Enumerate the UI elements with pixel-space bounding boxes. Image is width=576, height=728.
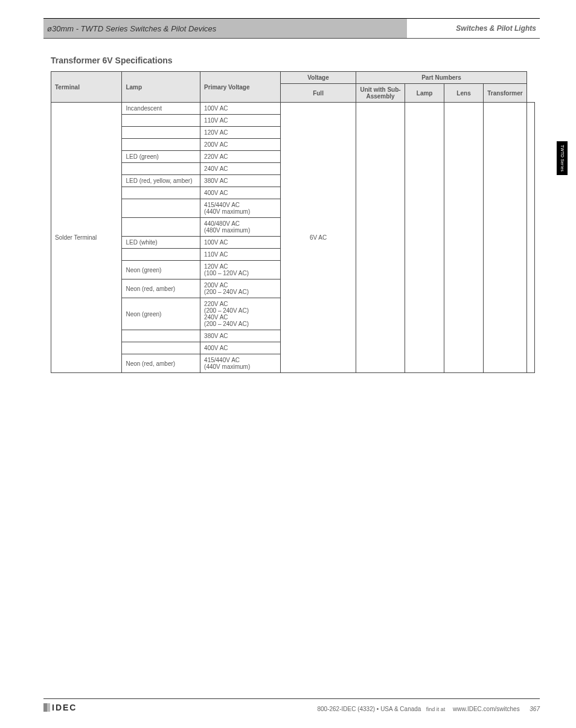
xfmr-cell (527, 103, 535, 373)
header-title-left: ø30mm - TWTD Series Switches & Pilot Dev… (43, 19, 407, 38)
primary-voltage-cell: 220V AC (200, 151, 281, 163)
primary-voltage-cell: 120V AC(100 – 120V AC) (200, 261, 281, 279)
header-bar: ø30mm - TWTD Series Switches & Pilot Dev… (43, 18, 540, 39)
col-part-numbers: Part Numbers (356, 72, 527, 84)
table-row: Solder TerminalIncandescent100V AC6V AC (51, 103, 535, 115)
phone-text: 800-262-IDEC (4332) • USA & Canada (317, 706, 421, 712)
table-row: Terminal Lamp Primary Voltage Voltage Pa… (51, 72, 535, 84)
lamp-cell (122, 187, 200, 199)
lamp-cell: LED (green) (122, 151, 200, 163)
col-transformer: Transformer (483, 84, 526, 103)
page-number: 367 (530, 706, 540, 712)
findit-text: find it at (426, 706, 446, 712)
lamp-cell (122, 115, 200, 127)
lamp-cell (122, 199, 200, 218)
full-cell (356, 103, 405, 373)
primary-voltage-cell: 415/440V AC(440V maximum) (200, 199, 281, 218)
primary-voltage-cell: 380V AC (200, 330, 281, 342)
col-primary-voltage: Primary Voltage (200, 72, 281, 103)
lamp-cell (122, 139, 200, 151)
lampc-cell (444, 103, 484, 373)
header-title-right: Switches & Pilot Lights (407, 19, 540, 38)
side-tab: TWTD Series (557, 141, 568, 175)
logo-icon (43, 703, 50, 712)
primary-voltage-cell: 200V AC (200, 139, 281, 151)
col-lens: Lens (444, 84, 484, 103)
lamp-cell (122, 127, 200, 139)
lamp-cell: Neon (green) (122, 261, 200, 279)
lamp-cell: LED (white) (122, 237, 200, 249)
primary-voltage-cell: 120V AC (200, 127, 281, 139)
col-terminal: Terminal (51, 72, 122, 103)
logo-text: IDEC (52, 703, 77, 712)
terminal-cell: Solder Terminal (51, 103, 122, 373)
lamp-cell (122, 330, 200, 342)
col-lamp: Lamp (122, 72, 200, 103)
primary-voltage-cell: 110V AC (200, 115, 281, 127)
primary-voltage-cell: 400V AC (200, 342, 281, 354)
col-unit-sub: Unit with Sub-Assembly (356, 84, 405, 103)
footer: IDEC 800-262-IDEC (4332) • USA & Canada … (43, 698, 540, 712)
primary-voltage-cell: 100V AC (200, 237, 281, 249)
lamp-cell (122, 249, 200, 261)
lamp-cell: Neon (red, amber) (122, 279, 200, 298)
unit-cell (405, 103, 444, 373)
section-title: Transformer 6V Specifications (51, 56, 540, 65)
lamp-cell: Incandescent (122, 103, 200, 115)
url-text: www.IDEC.com/switches (453, 706, 520, 712)
primary-voltage-cell: 415/440V AC(440V maximum) (200, 354, 281, 373)
lamp-cell (122, 163, 200, 175)
logo: IDEC (43, 703, 77, 712)
primary-voltage-cell: 100V AC (200, 103, 281, 115)
col-voltage: Voltage (281, 72, 356, 84)
primary-voltage-cell: 400V AC (200, 187, 281, 199)
primary-voltage-cell: 380V AC (200, 175, 281, 187)
primary-voltage-cell: 240V AC (200, 163, 281, 175)
lens-cell (483, 103, 526, 373)
col-lamp2: Lamp (405, 84, 444, 103)
spec-table: Terminal Lamp Primary Voltage Voltage Pa… (51, 71, 535, 373)
lamp-voltage-cell: 6V AC (281, 103, 356, 373)
lamp-cell (122, 342, 200, 354)
lamp-cell: Neon (green) (122, 298, 200, 330)
primary-voltage-cell: 200V AC(200 – 240V AC) (200, 279, 281, 298)
primary-voltage-cell: 440/480V AC(480V maximum) (200, 218, 281, 237)
primary-voltage-cell: 110V AC (200, 249, 281, 261)
primary-voltage-cell: 220V AC(200 – 240V AC)240V AC(200 – 240V… (200, 298, 281, 330)
lamp-cell: Neon (red, amber) (122, 354, 200, 373)
page: ø30mm - TWTD Series Switches & Pilot Dev… (0, 0, 576, 385)
footer-info: 800-262-IDEC (4332) • USA & Canada find … (317, 706, 540, 712)
col-full: Full (281, 84, 356, 103)
lamp-cell (122, 218, 200, 237)
lamp-cell: LED (red, yellow, amber) (122, 175, 200, 187)
